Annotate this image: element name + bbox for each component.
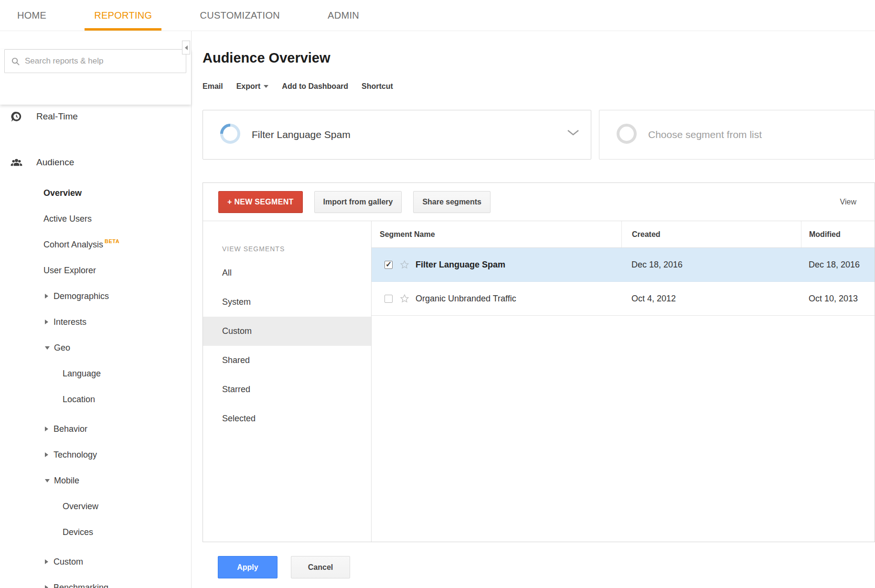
sidebar-item-overview[interactable]: Overview: [0, 180, 191, 206]
sidebar-item-geo[interactable]: Geo: [0, 335, 191, 361]
import-from-gallery-button[interactable]: Import from gallery: [314, 191, 402, 213]
view-label: View: [840, 198, 856, 206]
sidebar-item-demographics[interactable]: Demographics: [0, 283, 191, 309]
segment-row-name: Organic Unbranded Traffic: [416, 294, 516, 304]
nav-tab-admin[interactable]: ADMIN: [318, 0, 369, 31]
segment-panel-body: VIEW SEGMENTS All System Custom Shared S…: [203, 221, 875, 542]
sidebar-item-label: Geo: [54, 343, 70, 353]
star-icon[interactable]: [399, 293, 410, 304]
sidebar-item-label: Language: [63, 369, 101, 379]
segment-filter-system[interactable]: System: [203, 288, 371, 317]
sidebar-item-label: Location: [63, 395, 95, 405]
caret-down-icon: [264, 85, 268, 88]
segment-checkbox[interactable]: [384, 295, 393, 303]
report-sidebar: Real-Time Audience Overview Active Users…: [0, 31, 192, 588]
sidebar-item-label: Overview: [63, 502, 98, 512]
segment-filter-shared[interactable]: Shared: [203, 346, 371, 375]
sidebar-item-cohort-analysis[interactable]: Cohort Analysis BETA: [0, 232, 191, 257]
choose-segment-label: Choose segment from list: [648, 129, 762, 140]
sidebar-item-benchmarking[interactable]: Benchmarking: [0, 575, 191, 588]
shortcut-action-label: Shortcut: [362, 82, 393, 91]
segment-filter-all[interactable]: All: [203, 258, 371, 288]
sidebar-item-label: Custom: [53, 557, 83, 567]
star-icon[interactable]: [399, 259, 410, 270]
share-segments-button[interactable]: Share segments: [413, 191, 491, 213]
export-action[interactable]: Export: [236, 82, 269, 91]
report-action-bar: Email Export Add to Dashboard Shortcut: [203, 82, 875, 91]
ghost-donut-icon: [616, 123, 638, 147]
chevron-right-icon: [45, 585, 48, 588]
sidebar-item-devices[interactable]: Devices: [0, 519, 191, 545]
sidebar-item-interests[interactable]: Interests: [0, 309, 191, 335]
sidebar-item-real-time[interactable]: Real-Time: [0, 105, 191, 128]
sidebar-item-active-users[interactable]: Active Users: [0, 206, 191, 232]
segment-filter-items: All System Custom Shared Starred Selecte…: [203, 258, 371, 433]
segment-panel-toolbar: + NEW SEGMENT Import from gallery Share …: [203, 183, 875, 221]
chevron-right-icon: [45, 559, 48, 564]
collapse-left-icon: [185, 45, 188, 50]
sidebar-item-location[interactable]: Location: [0, 386, 191, 412]
audience-icon: [10, 156, 23, 169]
segment-filter-list: VIEW SEGMENTS All System Custom Shared S…: [203, 221, 372, 542]
sidebar-item-language[interactable]: Language: [0, 361, 191, 386]
sidebar-item-label: Audience: [36, 157, 74, 168]
export-action-label: Export: [236, 82, 261, 91]
current-segment-box[interactable]: Filter Language Spam: [203, 110, 591, 160]
add-to-dashboard-action[interactable]: Add to Dashboard: [282, 82, 348, 91]
chevron-down-icon: [45, 346, 50, 350]
sidebar-item-mobile-overview[interactable]: Overview: [0, 493, 191, 519]
sidebar-item-behavior[interactable]: Behavior: [0, 416, 191, 442]
search-input[interactable]: [25, 56, 186, 66]
sidebar-section-gap: [0, 128, 191, 150]
beta-badge: BETA: [105, 238, 119, 244]
sidebar-item-label: Interests: [53, 317, 86, 327]
search-box[interactable]: [4, 49, 186, 73]
cancel-button[interactable]: Cancel: [291, 556, 350, 578]
sidebar-subsection-gap: [0, 174, 191, 180]
search-icon: [11, 57, 20, 66]
nav-tab-reporting[interactable]: REPORTING: [85, 0, 161, 31]
sidebar-item-label: Devices: [63, 527, 93, 537]
email-action[interactable]: Email: [203, 82, 223, 91]
shortcut-action[interactable]: Shortcut: [362, 82, 393, 91]
sidebar-item-custom[interactable]: Custom: [0, 549, 191, 575]
main-content: Audience Overview Email Export Add to Da…: [192, 31, 875, 588]
segment-panel: + NEW SEGMENT Import from gallery Share …: [203, 182, 875, 542]
segment-filter-starred[interactable]: Starred: [203, 375, 371, 404]
chevron-right-icon: [45, 294, 48, 299]
column-header-segment-name[interactable]: Segment Name: [372, 221, 621, 247]
real-time-icon: [10, 110, 23, 123]
chevron-right-icon: [45, 427, 48, 431]
add-to-dashboard-label: Add to Dashboard: [282, 82, 348, 91]
sidebar-collapse-button[interactable]: [182, 41, 190, 54]
sidebar-item-technology[interactable]: Technology: [0, 442, 191, 468]
segment-modified-date: Dec 18, 2016: [801, 260, 875, 270]
table-row[interactable]: Filter Language Spam Dec 18, 2016 Dec 18…: [372, 248, 875, 282]
sidebar-item-label: Technology: [53, 450, 97, 460]
segment-created-date: Oct 4, 2012: [621, 294, 801, 304]
segment-filter-selected[interactable]: Selected: [203, 404, 371, 433]
segment-chevron-down-icon[interactable]: [566, 128, 580, 139]
chevron-right-icon: [45, 320, 48, 324]
sidebar-item-label: Mobile: [54, 476, 79, 486]
choose-segment-box[interactable]: Choose segment from list: [599, 110, 875, 160]
segment-donut-icon: [219, 123, 241, 147]
apply-button[interactable]: Apply: [218, 556, 277, 578]
sidebar-item-label: Cohort Analysis: [43, 240, 103, 250]
sidebar-item-audience[interactable]: Audience: [0, 150, 191, 174]
column-header-modified[interactable]: Modified: [801, 221, 875, 247]
sidebar-item-user-explorer[interactable]: User Explorer: [0, 257, 191, 283]
segment-checkbox[interactable]: [384, 261, 393, 269]
current-segment-label: Filter Language Spam: [252, 129, 351, 140]
segment-filter-custom[interactable]: Custom: [203, 317, 371, 346]
column-header-created[interactable]: Created: [621, 221, 801, 247]
chevron-right-icon: [45, 452, 48, 457]
sidebar-item-mobile[interactable]: Mobile: [0, 468, 191, 493]
sidebar-item-label: Active Users: [43, 214, 92, 224]
new-segment-button[interactable]: + NEW SEGMENT: [218, 191, 303, 213]
email-action-label: Email: [203, 82, 223, 91]
sidebar-nav: Real-Time Audience Overview Active Users…: [0, 105, 191, 588]
table-row[interactable]: Organic Unbranded Traffic Oct 4, 2012 Oc…: [372, 282, 875, 316]
nav-tab-customization[interactable]: CUSTOMIZATION: [190, 0, 289, 31]
nav-tab-home[interactable]: HOME: [8, 0, 56, 31]
